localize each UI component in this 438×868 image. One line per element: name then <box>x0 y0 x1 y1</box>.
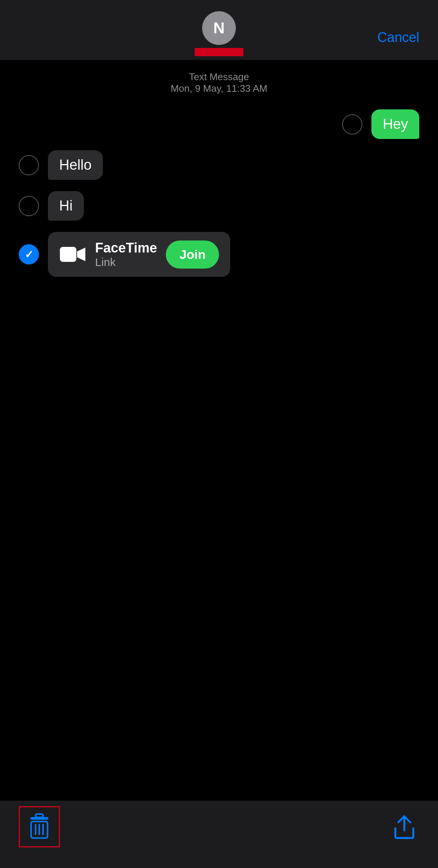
message-row-hello: Hello <box>19 150 419 180</box>
facetime-join-button[interactable]: Join <box>166 241 219 269</box>
facetime-title: FaceTime <box>95 240 157 256</box>
facetime-video-icon <box>59 241 86 268</box>
delete-button[interactable] <box>24 812 54 842</box>
message-row-facetime: FaceTime Link Join <box>19 232 419 277</box>
bubble-hey: Hey <box>371 109 419 139</box>
timestamp: Text Message Mon, 9 May, 11:33 AM <box>19 71 419 94</box>
header-center: N <box>195 11 243 56</box>
svg-rect-2 <box>36 814 43 817</box>
bubble-hello: Hello <box>48 150 103 180</box>
svg-rect-0 <box>60 247 76 262</box>
cancel-button[interactable]: Cancel <box>377 30 419 45</box>
avatar-bar <box>195 48 243 56</box>
timestamp-time: Mon, 9 May, 11:33 AM <box>19 83 419 94</box>
header: N Cancel <box>0 0 438 60</box>
facetime-bubble: FaceTime Link Join <box>48 232 230 277</box>
share-button[interactable] <box>389 812 419 842</box>
timestamp-date: Text Message <box>19 71 419 83</box>
facetime-subtitle: Link <box>95 256 157 269</box>
trash-btn-wrapper <box>19 806 60 847</box>
bubble-hi: Hi <box>48 191 84 221</box>
facetime-text: FaceTime Link <box>95 240 157 269</box>
conversation: Text Message Mon, 9 May, 11:33 AM Hey He… <box>0 60 438 277</box>
message-row-hi: Hi <box>19 191 419 221</box>
message-row-hey: Hey <box>19 109 419 139</box>
select-circle-hey[interactable] <box>342 114 362 134</box>
trash-icon <box>27 813 51 840</box>
select-circle-hello[interactable] <box>19 155 39 175</box>
select-circle-facetime[interactable] <box>19 244 39 264</box>
avatar: N <box>202 11 236 45</box>
share-icon <box>392 813 417 840</box>
select-circle-hi[interactable] <box>19 196 39 216</box>
bottom-toolbar <box>0 801 438 868</box>
